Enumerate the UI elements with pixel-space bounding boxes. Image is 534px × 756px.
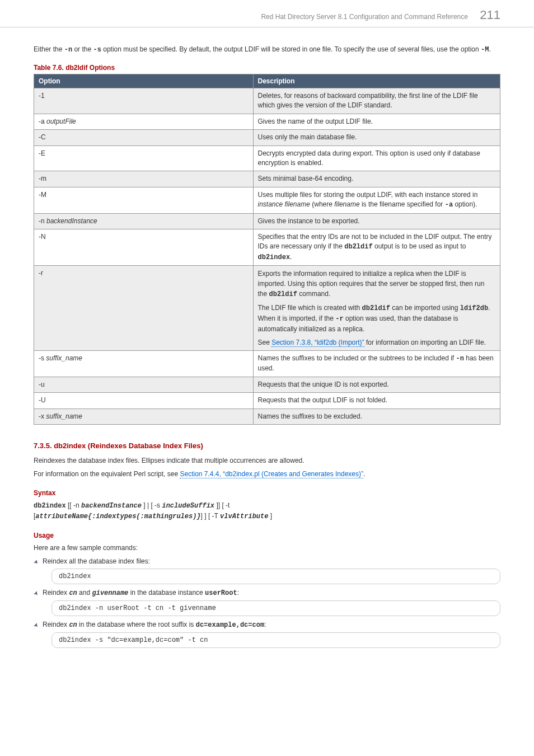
opt-n: -n [64,46,72,54]
page-header: Red Hat Directory Server 8.1 Configurati… [0,0,534,27]
table-row: -MUses multiple files for storing the ou… [34,187,500,213]
list-item: Reindex cn in the database where the roo… [34,621,500,648]
list-item-label: Reindex cn and givenname in the database… [43,589,500,597]
section-paragraph: Reindexes the database index files. Elli… [34,456,500,466]
description-cell: Sets minimal base-64 encoding. [253,171,500,187]
table-row: -NSpecifies that the entry IDs are not t… [34,229,500,265]
description-cell: Gives the name of the output LDIF file. [253,114,500,129]
code-block: db2index -n userRoot -t cn -t givenname [51,600,500,616]
option-cell: -m [34,171,254,187]
description-cell: Requests that the unique ID is not expor… [253,377,500,392]
text: [[ -n [66,501,81,509]
opt-m: -M [481,46,489,54]
options-table: Option Description -1Deletes, for reason… [34,74,500,425]
code-block: db2index -s "dc=example,dc=com" -t cn [51,632,500,648]
text: For information on the equivalent Perl s… [34,470,180,478]
th-description: Description [253,74,500,88]
list-item-label: Reindex all the database index files: [43,557,500,565]
text: ] | [ -s [142,501,162,509]
usage-heading: Usage [34,532,500,539]
table-row: -1Deletes, for reasons of backward compa… [34,88,500,114]
page-content: Either the -n or the -s option must be s… [0,27,534,675]
text: ]] [ -t [214,501,229,509]
text: or the [72,45,93,53]
table-row: -x suffix_nameNames the suffixes to be e… [34,408,500,424]
table-row: -a outputFileGives the name of the outpu… [34,114,500,129]
list-item-label: Reindex cn in the database where the roo… [43,621,500,629]
arg: attributeName{:indextypes(:mathingrules)… [35,513,200,520]
opt-s: -s [93,46,101,54]
option-cell: -s suffix_name [34,351,254,377]
table-row: -n backendInstanceGives the instance to … [34,213,500,229]
usage-list: Reindex all the database index files:db2… [34,557,500,648]
description-cell: Requests that the output LDIF is not fol… [253,393,500,408]
option-cell: -M [34,187,254,213]
table-row: -URequests that the output LDIF is not f… [34,393,500,408]
section-heading-735: 7.3.5. db2index (Reindexes Database Inde… [34,442,500,450]
table-header-row: Option Description [34,74,500,88]
arg: vlvAttribute [220,513,268,520]
th-option: Option [34,74,254,88]
description-cell: Decrypts encrypted data during export. T… [253,145,500,171]
table-row: -s suffix_nameNames the suffixes to be i… [34,351,500,377]
text: ] [268,512,272,520]
text: Either the [34,45,64,53]
text: ] ] [ -T [201,512,220,520]
usage-intro: Here are a few sample commands: [34,543,500,553]
intro-paragraph: Either the -n or the -s option must be s… [34,44,500,55]
arg: includeSuffix [162,502,214,510]
syntax-heading: Syntax [34,489,500,497]
arg: backendInstance [81,502,142,510]
option-cell: -a outputFile [34,114,254,129]
cmd-name: db2index [34,502,66,510]
text: . [489,45,490,53]
description-cell: Names the suffixes to be included or the… [253,351,500,377]
table-row: -rExports the information required to in… [34,266,500,351]
xref-link[interactable]: Section 7.4.4, “db2index.pl (Creates and… [180,470,363,478]
list-item: Reindex cn and givenname in the database… [34,589,500,616]
table-row: -EDecrypts encrypted data during export.… [34,145,500,171]
description-cell: Specifies that the entry IDs are not to … [253,229,500,265]
option-cell: -u [34,377,254,392]
description-cell: Uses only the main database file. [253,130,500,145]
description-cell: Names the suffixes to be excluded. [253,408,500,424]
option-cell: -r [34,266,254,351]
table-row: -uRequests that the unique ID is not exp… [34,377,500,392]
syntax-line: db2index [[ -n backendInstance ] | [ -s … [34,500,500,522]
page-number: 211 [480,8,500,22]
text: . [363,470,365,478]
text: option must be specified. By default, th… [101,45,481,53]
option-cell: -N [34,229,254,265]
option-cell: -E [34,145,254,171]
description-cell: Deletes, for reasons of backward compati… [253,88,500,114]
list-item: Reindex all the database index files:db2… [34,557,500,584]
option-cell: -U [34,393,254,408]
doc-title: Red Hat Directory Server 8.1 Configurati… [261,13,468,21]
description-cell: Uses multiple files for storing the outp… [253,187,500,213]
option-cell: -x suffix_name [34,408,254,424]
description-cell: Exports the information required to init… [253,266,500,351]
xref-link[interactable]: Section 7.3.8, “ldif2db (Import)” [271,339,364,347]
description-cell: Gives the instance to be exported. [253,213,500,229]
option-cell: -1 [34,88,254,114]
table-row: -mSets minimal base-64 encoding. [34,171,500,187]
option-cell: -n backendInstance [34,213,254,229]
option-cell: -C [34,130,254,145]
code-block: db2index [51,569,500,584]
table-title: Table 7.6. db2ldif Options [34,64,500,72]
table-row: -CUses only the main database file. [34,130,500,145]
section-paragraph: For information on the equivalent Perl s… [34,469,500,479]
